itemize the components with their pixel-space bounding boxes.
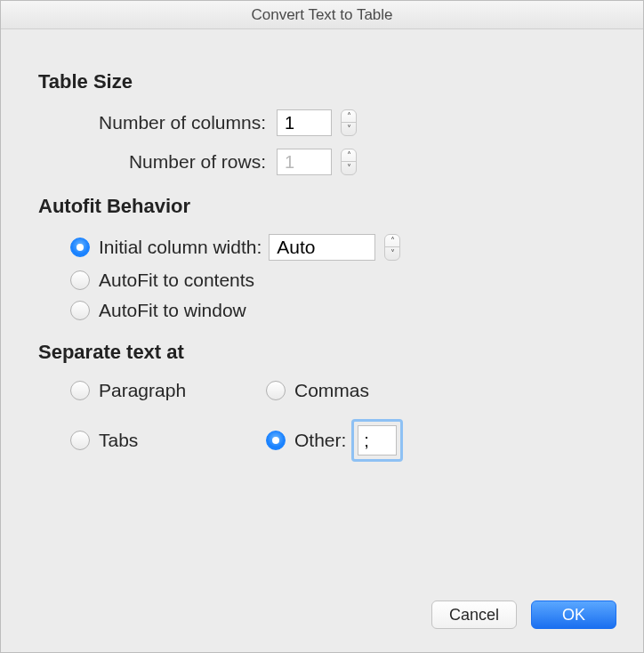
radio-other[interactable] <box>266 431 286 450</box>
label-number-of-columns: Number of columns: <box>22 112 271 133</box>
section-heading-table-size: Table Size <box>38 70 622 93</box>
stepper-down-icon[interactable]: ˅ <box>385 247 399 260</box>
radio-autofit-window[interactable] <box>70 301 90 320</box>
input-other-separator[interactable] <box>358 425 397 455</box>
input-number-of-columns[interactable] <box>277 109 332 136</box>
section-heading-autofit: Autofit Behavior <box>38 195 622 218</box>
input-number-of-rows <box>277 149 332 175</box>
stepper-down-icon[interactable]: ˅ <box>342 162 356 174</box>
separate-grid: Paragraph Commas Tabs Other: <box>70 380 622 462</box>
radio-row-initial-width: Initial column width: ˄ ˅ <box>70 234 622 261</box>
cell-other: Other: <box>266 419 551 462</box>
focus-ring <box>351 419 403 462</box>
label-autofit-contents: AutoFit to contents <box>99 270 254 291</box>
cell-commas: Commas <box>266 380 551 401</box>
stepper-up-icon[interactable]: ˄ <box>342 149 356 162</box>
dialog-title: Convert Text to Table <box>1 1 643 29</box>
dialog-buttons: Cancel OK <box>431 601 616 629</box>
dialog-content: Table Size Number of columns: ˄ ˅ Number… <box>1 29 643 462</box>
cell-tabs: Tabs <box>70 419 266 462</box>
dialog-window: Convert Text to Table Table Size Number … <box>0 0 644 653</box>
radio-row-autofit-contents: AutoFit to contents <box>70 270 622 291</box>
input-initial-column-width[interactable] <box>269 234 375 261</box>
ok-button[interactable]: OK <box>531 601 616 629</box>
radio-tabs[interactable] <box>70 431 90 450</box>
label-tabs: Tabs <box>99 430 138 451</box>
stepper-up-icon[interactable]: ˄ <box>342 110 356 123</box>
label-initial-column-width: Initial column width: <box>99 237 262 258</box>
row-columns: Number of columns: ˄ ˅ <box>22 109 622 136</box>
radio-initial-column-width[interactable] <box>70 238 90 257</box>
row-rows: Number of rows: ˄ ˅ <box>22 149 622 175</box>
cell-paragraph: Paragraph <box>70 380 266 401</box>
stepper-down-icon[interactable]: ˅ <box>342 123 356 135</box>
label-autofit-window: AutoFit to window <box>99 300 246 321</box>
stepper-columns[interactable]: ˄ ˅ <box>341 109 357 136</box>
radio-commas[interactable] <box>266 381 286 400</box>
label-paragraph: Paragraph <box>99 380 186 401</box>
label-number-of-rows: Number of rows: <box>22 151 271 173</box>
stepper-up-icon[interactable]: ˄ <box>385 235 399 247</box>
stepper-rows[interactable]: ˄ ˅ <box>341 149 357 175</box>
radio-autofit-contents[interactable] <box>70 270 90 290</box>
label-commas: Commas <box>294 380 369 401</box>
radio-row-autofit-window: AutoFit to window <box>70 300 622 321</box>
stepper-initial-width[interactable]: ˄ ˅ <box>384 234 400 261</box>
radio-paragraph[interactable] <box>70 381 90 400</box>
label-other: Other: <box>294 430 346 451</box>
cancel-button[interactable]: Cancel <box>431 601 517 629</box>
section-heading-separate: Separate text at <box>38 341 622 364</box>
